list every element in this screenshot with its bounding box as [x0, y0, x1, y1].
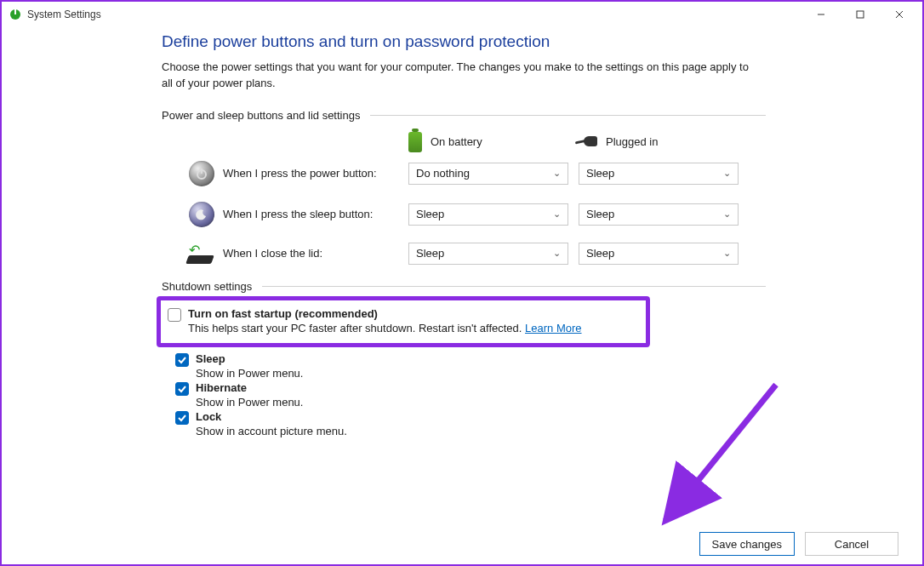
power-battery-value: Do nothing — [416, 167, 470, 180]
fast-startup-desc: This helps start your PC faster after sh… — [188, 322, 582, 334]
cancel-button[interactable]: Cancel — [805, 532, 898, 556]
row-sleep-label: When I press the sleep button: — [223, 208, 408, 220]
section-shutdown-text: Shutdown settings — [162, 280, 252, 293]
lid-battery-value: Sleep — [416, 247, 444, 260]
fast-startup-checkbox[interactable] — [168, 308, 181, 322]
hibernate-checkbox[interactable] — [175, 382, 189, 396]
lid-plugged-dropdown[interactable]: Sleep ⌄ — [579, 243, 739, 265]
lock-title: Lock — [196, 410, 347, 423]
power-plugged-value: Sleep — [586, 167, 614, 180]
sleep-option-row: Sleep Show in Power menu. — [175, 352, 766, 380]
maximize-button[interactable] — [841, 3, 880, 26]
row-close-lid: ↶ When I close the lid: Sleep ⌄ Sleep ⌄ — [162, 243, 766, 265]
sleep-button-icon — [189, 202, 214, 227]
power-button-icon — [189, 161, 214, 186]
col-battery-label: On battery — [431, 135, 482, 148]
lock-desc: Show in account picture menu. — [196, 425, 347, 437]
titlebar: System Settings — [2, 2, 922, 27]
chevron-down-icon: ⌄ — [553, 248, 561, 259]
lid-plugged-value: Sleep — [586, 247, 614, 260]
lid-battery-dropdown[interactable]: Sleep ⌄ — [408, 243, 568, 265]
col-plugged-label: Plugged in — [606, 135, 658, 148]
plug-icon — [575, 136, 597, 148]
chevron-down-icon: ⌄ — [553, 168, 561, 179]
chevron-down-icon: ⌄ — [553, 209, 561, 220]
learn-more-link[interactable]: Learn More — [525, 322, 581, 334]
svg-rect-3 — [857, 11, 864, 18]
svg-rect-1 — [14, 9, 16, 14]
row-lid-label: When I close the lid: — [223, 247, 408, 260]
sleep-plugged-value: Sleep — [586, 208, 614, 220]
col-on-battery: On battery — [408, 132, 575, 152]
sleep-title: Sleep — [196, 352, 303, 365]
section-power-sleep-text: Power and sleep buttons and lid settings — [162, 109, 360, 122]
page-subtitle: Choose the power settings that you want … — [162, 60, 757, 92]
hibernate-desc: Show in Power menu. — [196, 396, 303, 409]
fast-startup-row: Turn on fast startup (recommended) This … — [168, 307, 639, 334]
battery-icon — [408, 132, 422, 152]
fast-startup-highlight: Turn on fast startup (recommended) This … — [157, 296, 650, 347]
hibernate-option-row: Hibernate Show in Power menu. — [175, 381, 766, 409]
row-power-button: When I press the power button: Do nothin… — [162, 161, 766, 186]
app-icon — [9, 8, 22, 21]
sleep-battery-value: Sleep — [416, 208, 444, 220]
col-plugged-in: Plugged in — [575, 132, 742, 152]
fast-startup-title: Turn on fast startup (recommended) — [188, 307, 582, 320]
save-changes-button[interactable]: Save changes — [699, 532, 795, 556]
hibernate-title: Hibernate — [196, 381, 303, 394]
column-headers: On battery Plugged in — [162, 132, 766, 152]
sleep-checkbox[interactable] — [175, 353, 189, 367]
section-power-sleep-label: Power and sleep buttons and lid settings — [162, 109, 766, 122]
page-heading: Define power buttons and turn on passwor… — [162, 32, 922, 51]
save-button-label: Save changes — [712, 538, 782, 551]
minimize-button[interactable] — [801, 3, 841, 26]
section-shutdown-label: Shutdown settings — [162, 280, 766, 293]
lock-option-row: Lock Show in account picture menu. — [175, 410, 766, 437]
sleep-plugged-dropdown[interactable]: Sleep ⌄ — [579, 203, 739, 226]
fast-startup-desc-text: This helps start your PC faster after sh… — [188, 322, 522, 334]
close-button[interactable] — [880, 3, 919, 26]
row-sleep-button: When I press the sleep button: Sleep ⌄ S… — [162, 202, 766, 227]
window-title: System Settings — [27, 9, 101, 20]
chevron-down-icon: ⌄ — [723, 168, 731, 179]
lock-checkbox[interactable] — [175, 411, 189, 425]
chevron-down-icon: ⌄ — [723, 209, 731, 220]
chevron-down-icon: ⌄ — [723, 248, 731, 259]
power-battery-dropdown[interactable]: Do nothing ⌄ — [408, 163, 568, 185]
sleep-desc: Show in Power menu. — [196, 367, 303, 380]
close-lid-icon: ↶ — [185, 243, 214, 264]
sleep-battery-dropdown[interactable]: Sleep ⌄ — [408, 203, 568, 226]
power-plugged-dropdown[interactable]: Sleep ⌄ — [579, 163, 739, 185]
row-power-label: When I press the power button: — [223, 167, 408, 180]
cancel-button-label: Cancel — [835, 538, 869, 551]
